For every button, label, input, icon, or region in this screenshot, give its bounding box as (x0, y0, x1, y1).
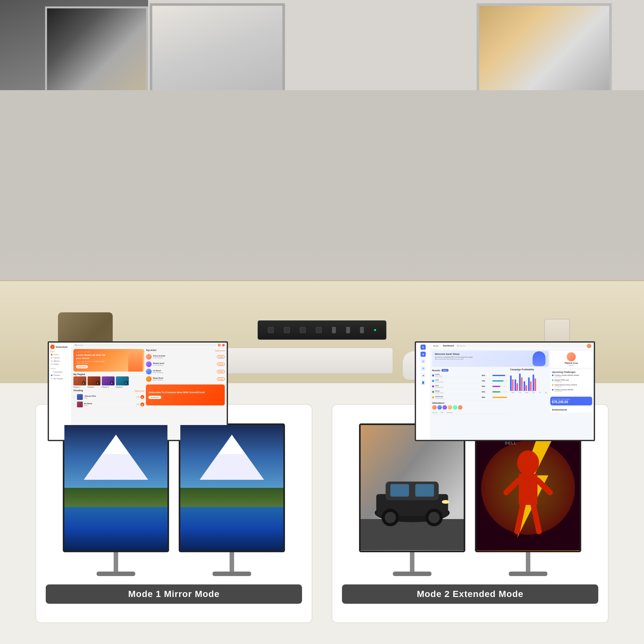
play-button-3[interactable]: ▶ (110, 381, 114, 384)
artist-avatar-3 (146, 369, 152, 374)
results-more-button[interactable]: More (441, 369, 448, 372)
play-button-1[interactable]: ▶ (82, 381, 85, 384)
results-title: Results (432, 369, 440, 372)
playlist-item-3[interactable]: ▶ Playlist 3 (102, 376, 115, 388)
soundcloud-logo-icon: ♫ (50, 345, 55, 349)
kvm-button-1[interactable] (268, 327, 274, 333)
mode-2-base-1 (393, 572, 431, 576)
subscribe-button[interactable]: Subscribe (148, 396, 161, 399)
study-user-avatar (587, 344, 591, 348)
sc-nav-genres[interactable]: Genres (50, 356, 70, 359)
bar-group-mon (510, 375, 514, 391)
sc-search-bar[interactable]: 🔍 Search... (73, 344, 216, 347)
sc-nav-my-playlist[interactable]: ✎ My Playlist (50, 377, 70, 380)
kvm-switch (258, 320, 386, 340)
kvm-usb-2 (346, 327, 350, 333)
study-breadcrumb: Study (433, 345, 439, 347)
hero-image (477, 425, 580, 551)
follow-button-3[interactable]: Follow (217, 370, 225, 373)
js-progress-bar (492, 397, 508, 398)
home-icon (51, 354, 52, 355)
sc-track-1[interactable]: 1 • Steven Pilot Artist 4:45 ▶ (73, 393, 144, 401)
study-nav-apps[interactable]: ⊡ (421, 359, 426, 364)
play-button-4[interactable]: ▶ (125, 381, 128, 384)
playlist-item-4[interactable]: ▶ Playlist 4 (116, 376, 129, 388)
sc-nav-home[interactable]: Home (50, 353, 70, 356)
bar-group-fri (528, 377, 532, 391)
mountain-image-1 (64, 425, 167, 551)
user-profile-card: Patrick Cruz Student (550, 351, 592, 368)
mode-2-base-2 (509, 572, 547, 576)
campaign-chart-title: Campaign Profitability (510, 368, 549, 371)
sc-top-artist-section: Top Artist Explore more Arina Grande 2.2… (146, 349, 225, 383)
study-main-area: Study / Dashboard 🔍 Search Welco (431, 343, 594, 440)
mode-2-screen-2 (475, 423, 581, 552)
popular-icon (51, 374, 52, 376)
sc-logo: ♫ Souncloud (50, 345, 70, 349)
search-icon: 🔍 (75, 344, 77, 346)
mode-1-monitor-2 (179, 423, 285, 578)
sc-artist-header: Top Artist Explore more (146, 349, 225, 352)
svg-point-15 (517, 450, 539, 476)
soundcloud-app-name: Souncloud (56, 346, 67, 348)
sc-nav-popular[interactable]: Popular (50, 374, 70, 377)
follow-button-4[interactable]: Follow (217, 377, 225, 381)
sc-nav-favourites[interactable]: ★ Favourites (50, 370, 70, 374)
sc-nav-artists[interactable]: Artists (50, 363, 70, 366)
wall-art-center (150, 3, 285, 93)
study-nav-tools[interactable]: ⚙ (421, 366, 426, 371)
attendance-avatar-5 (453, 405, 457, 410)
playlist-item-1[interactable]: ▶ Playlist 1 (73, 376, 86, 388)
mode-2-label: Mode 2 Extended Mode (358, 589, 582, 599)
sc-artist-3[interactable]: LP Band 900k followers Follow (146, 368, 225, 375)
kvm-button-3[interactable] (300, 327, 306, 333)
artist-info-3: LP Band 900k followers (153, 370, 216, 374)
track-play-1[interactable]: ▶ (140, 395, 144, 399)
mode-1-screen-2 (179, 423, 285, 552)
study-data-grid: Results More HTML5 Dec 2022 80% (432, 368, 549, 437)
study-search-bar[interactable]: 🔍 Search (456, 344, 585, 348)
close-button[interactable] (222, 344, 225, 346)
kvm-button-2[interactable] (284, 327, 290, 333)
kvm-led (374, 329, 376, 331)
sc-explore-more-trending[interactable]: Explore more (135, 390, 144, 392)
attendance-avatar-2 (437, 405, 442, 410)
mode-2-stand-1 (410, 552, 414, 572)
genres-icon (51, 357, 52, 359)
track-play-2[interactable]: ▶ (140, 403, 144, 406)
sc-track-2[interactable]: 2 Als Band Band 3:05 ▶ (73, 401, 144, 408)
challenge-4: Create a simple website 21/11/2020 (552, 389, 591, 392)
follow-button-1[interactable]: Follow (217, 355, 225, 358)
follow-button-2[interactable]: Follow (217, 363, 225, 366)
challenge-1: Create a simple website design 21/11/202… (552, 374, 591, 378)
attendance-avatars (432, 405, 508, 410)
top-background (0, 0, 644, 248)
challenge-dot-4 (552, 389, 554, 391)
svg-point-8 (385, 512, 396, 523)
sc-nav-albums[interactable]: Albums (50, 359, 70, 363)
listen-now-button[interactable]: Listen Now (76, 365, 88, 368)
sc-explore-more-artists[interactable]: Explore more (215, 350, 225, 352)
css-progress-bar (492, 380, 508, 382)
bar-group-tue (515, 379, 518, 391)
sc-hero-person-image (128, 351, 143, 372)
playlist-cover-2: ▶ (88, 376, 100, 385)
study-nav-dashboard[interactable]: ⊞ (421, 352, 426, 357)
playlist-item-2[interactable]: ▶ Playlist 2 (88, 376, 100, 388)
sc-artist-2[interactable]: Megan band 1.1m followers Follow (146, 361, 225, 368)
play-button-2[interactable]: ▶ (96, 381, 99, 384)
challenge-2: Simple TODO app 01/08/2020 (552, 379, 591, 383)
kvm-button-4[interactable] (316, 327, 322, 333)
mode-1-monitors (63, 423, 285, 578)
study-nav-users[interactable]: 👤 (421, 380, 426, 385)
challenge-dot-3 (552, 384, 554, 386)
star-icon: ★ (51, 371, 52, 373)
sc-artist-1[interactable]: Arina Grande 2.2m followers Follow (146, 353, 225, 361)
challenge-3: Great School money printing 21/11/2020 (552, 384, 591, 387)
artist-info-2: Megan band 1.1m followers (153, 362, 216, 366)
sc-artist-4[interactable]: Mega Band 800k followers Follow (146, 375, 225, 383)
track-info-1: • Steven Pilot Artist (84, 395, 135, 399)
study-nav-ratings[interactable]: ★ (421, 373, 426, 378)
mode-1-label: Mode 1 Mirror Mode (62, 589, 286, 599)
svg-point-10 (428, 512, 440, 523)
